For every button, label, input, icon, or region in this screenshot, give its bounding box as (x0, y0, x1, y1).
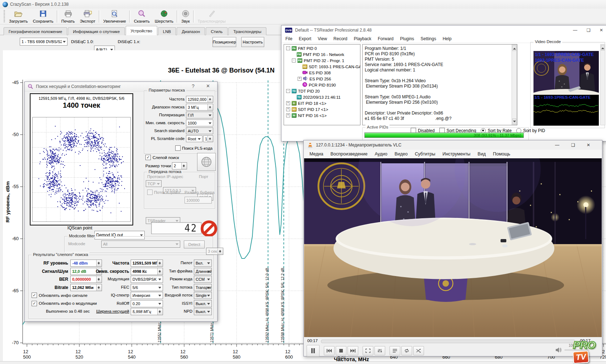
crazyscan-titlebar[interactable]: CrazyScan - Версия 1.0.2.138 (0, 0, 606, 9)
setup-button[interactable]: Настроить (241, 37, 264, 47)
tree-item[interactable]: -PAPAT PID 0 (285, 45, 360, 51)
tab-6[interactable]: Стиль (206, 27, 228, 36)
tab-3[interactable]: Устройство (126, 26, 157, 35)
result-mid-combo[interactable]: 5/6 (131, 284, 163, 291)
result-mid-field[interactable]: 4998 Кс (131, 268, 163, 275)
expand-icon[interactable]: + (286, 113, 290, 117)
tsreader-menu-file[interactable]: File (282, 35, 295, 42)
expand-icon[interactable]: + (286, 101, 290, 105)
tsreader-menu-export[interactable]: Export (295, 35, 314, 42)
positioner-button[interactable]: Позиционер (213, 37, 236, 47)
result-right-combo[interactable]: CCM (194, 276, 212, 283)
tab-2[interactable]: Информация о спутнике (68, 27, 125, 36)
tree-item[interactable]: ES PID 308 (285, 70, 360, 76)
result-mid-combo[interactable]: DVBS2/8PSK (131, 276, 163, 283)
tree-item[interactable]: PCR PID 8190 (285, 82, 360, 88)
collapse-icon[interactable]: - (292, 59, 296, 62)
dialog-titlebar[interactable]: Поиск несущей и Constellation-мониторинг… (25, 82, 217, 92)
toolbar-button-globe-scan[interactable]: Шерстить (152, 9, 176, 24)
fullscreen-button[interactable] (363, 346, 373, 355)
vlc-menu-item[interactable]: Воспроизведение (327, 150, 371, 158)
tsreader-menu-help[interactable]: Help (439, 35, 455, 42)
decode-scrollbar[interactable] (600, 44, 605, 125)
stop-icon[interactable] (201, 220, 217, 237)
detect-button[interactable]: Detect (184, 241, 205, 248)
vlc-seek-bar[interactable] (321, 340, 575, 343)
spin-arrows[interactable] (208, 96, 213, 102)
tree-item[interactable]: -PMPMT PID 32 - Progr. 1 (285, 57, 360, 64)
blind-search-checkbox[interactable]: ✓ (145, 155, 151, 160)
tab-7[interactable]: Транспондеры (228, 27, 266, 36)
vlc-minimize-button[interactable]: — (555, 143, 559, 148)
vlc-menu-item[interactable]: Вид (474, 150, 489, 158)
pls-search-checkbox[interactable] (175, 145, 181, 151)
tsreader-menu-settings[interactable]: Settings (418, 35, 439, 42)
result-mid-label[interactable]: Ширина несущей (86, 309, 129, 313)
tab-4[interactable]: LNB (158, 27, 176, 36)
previous-button[interactable] (324, 346, 335, 355)
extended-settings-button[interactable] (374, 346, 385, 355)
tsreader-menu-plugins[interactable]: Plugins (397, 35, 417, 42)
tree-item[interactable]: PMPMT PID 16 - Network (285, 51, 360, 57)
tsreader-menu-view[interactable]: View (314, 35, 330, 42)
vlc-menu-item[interactable]: Медиа (306, 150, 327, 158)
collapse-icon[interactable]: - (286, 46, 290, 50)
param-spin[interactable]: 3 МГц (186, 104, 213, 111)
detect-interval-spinner[interactable]: 3 сек (206, 248, 223, 255)
result-mid-combo[interactable]: Инверсия (131, 292, 163, 299)
toolbar-button-zoom-document[interactable]: Увеличение (101, 9, 129, 24)
vlc-menu-item[interactable]: Субтитры (411, 150, 439, 158)
param-spin[interactable]: 1 (203, 135, 213, 142)
tree-item[interactable]: +EIEIT PID 18 <1> (285, 100, 360, 106)
param-spin[interactable]: 12592,000 МГц (186, 96, 213, 103)
expand-icon[interactable]: + (286, 107, 290, 111)
tuner-select[interactable]: 1 - TBS 6908 DVBS/S2 Tuner 1 (20, 38, 67, 46)
update-checkbox[interactable]: ✓ (32, 293, 37, 298)
random-button[interactable] (413, 346, 424, 355)
tsreader-menu-record[interactable]: Record (330, 35, 351, 42)
spin-arrows[interactable] (208, 136, 213, 142)
tsreader-menu-playback[interactable]: Playback (351, 35, 375, 42)
result-right-combo[interactable]: Длинный (194, 268, 212, 275)
vlc-menu-item[interactable]: Помощь (489, 150, 514, 158)
tree-item[interactable]: TD2022/09/13 21:46:11 (285, 94, 360, 100)
spin-arrows[interactable] (208, 104, 213, 110)
vlc-menu-item[interactable]: Видео (391, 150, 411, 158)
toolbar-button-open-folder[interactable]: Загрузить (6, 9, 31, 24)
result-right-combo[interactable]: Вкл. (194, 260, 212, 267)
toolbar-button-scan-magnifier[interactable]: Сканить (131, 9, 152, 24)
spin-arrows[interactable] (157, 308, 163, 315)
tsreader-minimize-button[interactable]: — (573, 28, 577, 33)
collapse-icon[interactable]: - (286, 89, 290, 93)
toolbar-button-printer[interactable]: Печать (59, 9, 78, 24)
next-button[interactable] (348, 346, 358, 355)
result-right-combo[interactable]: Single (194, 292, 212, 299)
vlc-video-area[interactable] (304, 158, 602, 337)
info-scrollbar[interactable] (512, 45, 517, 125)
tab-5[interactable]: Диапазон (177, 27, 205, 36)
result-right-combo[interactable]: Выкл. (194, 308, 212, 315)
web-button[interactable] (197, 153, 216, 171)
dialog-help-button[interactable]: ? (192, 83, 195, 89)
scroll-up-arrow[interactable] (512, 45, 516, 51)
vlc-menu-item[interactable]: Инструменты (439, 150, 474, 158)
tsreader-titlebar[interactable]: DVB Default -- TSReader Professional 2.8… (281, 25, 606, 35)
tree-item[interactable]: +NINIT PID 16 <1> (285, 112, 360, 118)
result-mid-field[interactable]: 5,998 МГц (131, 308, 163, 315)
tree-item[interactable]: -TDTDT PID 20 (285, 88, 360, 94)
spin-arrows[interactable] (157, 260, 163, 266)
result-right-combo[interactable]: Transport (194, 284, 212, 291)
stop-button[interactable] (336, 346, 346, 355)
decode-scroll-up[interactable] (601, 45, 605, 51)
toolbar-button-export-printer[interactable]: Экспорт (77, 9, 98, 24)
toolbar-grip[interactable] (4, 10, 5, 23)
result-mid-combo[interactable]: 0.20 (131, 300, 163, 307)
vlc-maximize-button[interactable]: ❑ (571, 143, 575, 148)
param-combo[interactable]: 1000 (186, 120, 213, 126)
vlc-menu-item[interactable]: Аудио (371, 150, 391, 158)
tree-item[interactable]: +SDSDT PID 17 <1> (285, 106, 360, 112)
vlc-close-button[interactable]: ✕ (587, 143, 590, 148)
constellation-canvas[interactable] (32, 117, 131, 222)
toolbar-button-speaker[interactable]: Звук (179, 9, 192, 24)
param-combo[interactable]: Г/Л (186, 112, 213, 118)
